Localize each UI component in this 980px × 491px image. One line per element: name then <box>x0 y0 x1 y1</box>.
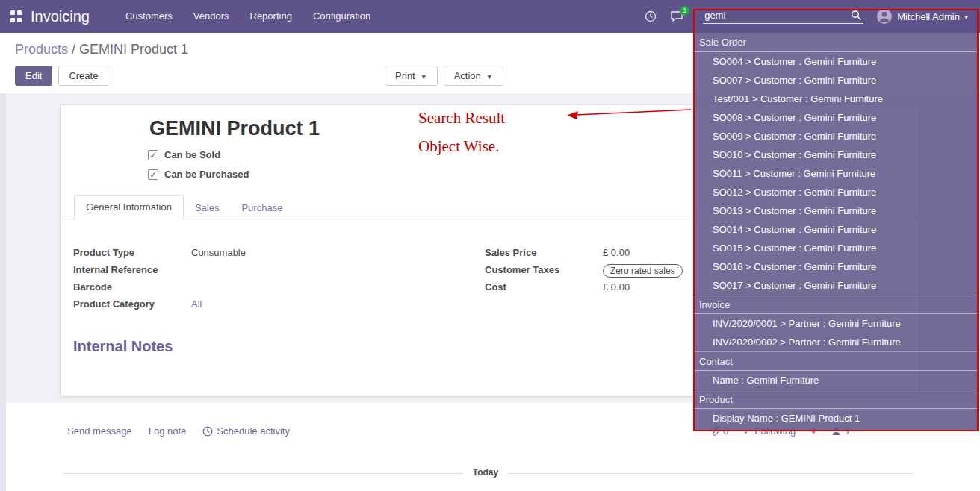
chatter-actions: Send message Log note Schedule activity <box>67 425 290 437</box>
search-result-group-header: Product <box>695 390 977 409</box>
tab-purchase[interactable]: Purchase <box>230 196 294 219</box>
search-result-item[interactable]: SO007 > Customer : Gemini Furniture <box>695 71 977 90</box>
search-result-item[interactable]: SO013 > Customer : Gemini Furniture <box>695 201 977 220</box>
menu-vendors[interactable]: Vendors <box>183 0 240 33</box>
field-label: Sales Price <box>485 247 603 258</box>
product-category-link[interactable]: All <box>191 298 202 310</box>
checkbox-label: Can be Sold <box>164 149 220 160</box>
messages-badge: 1 <box>680 6 689 16</box>
top-navbar: Invoicing Customers Vendors Reporting Co… <box>0 0 980 33</box>
apps-grid-icon[interactable] <box>10 10 22 22</box>
edit-button[interactable]: Edit <box>15 66 52 86</box>
breadcrumb-products-link[interactable]: Products <box>15 42 68 57</box>
search-input[interactable] <box>704 10 839 21</box>
field-value: £ 0.00 <box>603 247 630 258</box>
field-label: Barcode <box>73 281 191 293</box>
log-note-button[interactable]: Log note <box>149 425 187 437</box>
search-result-item[interactable]: Test/001 > Customer : Gemini Furniture <box>695 90 977 108</box>
search-result-item[interactable]: INV/2020/0002 > Partner : Gemini Furnitu… <box>695 333 977 351</box>
field-product-type: Product Type Consumable <box>73 247 387 260</box>
app-name[interactable]: Invoicing <box>31 8 90 25</box>
internal-notes-heading: Internal Notes <box>73 338 173 355</box>
chevron-down-icon: ▼ <box>421 73 427 81</box>
search-result-item[interactable]: SO010 > Customer : Gemini Furniture <box>695 146 977 164</box>
field-internal-reference: Internal Reference <box>73 264 387 278</box>
chevron-down-icon: ▼ <box>486 73 493 81</box>
search-result-item[interactable]: SO017 > Customer : Gemini Furniture <box>695 276 977 295</box>
action-buttons: Print▼ Action▼ <box>385 66 503 86</box>
menu-configuration[interactable]: Configuration <box>303 0 381 33</box>
field-label: Customer Taxes <box>485 264 603 275</box>
activities-clock-icon[interactable] <box>645 10 657 22</box>
checkbox-check-icon: ✓ <box>148 150 158 160</box>
search-result-item[interactable]: SO009 > Customer : Gemini Furniture <box>695 127 977 146</box>
fields-left-column: Product Type Consumable Internal Referen… <box>73 247 387 316</box>
checkbox-check-icon: ✓ <box>148 169 158 180</box>
breadcrumb-current: GEMINI Product 1 <box>79 42 188 57</box>
search-results-dropdown: Sale OrderSO004 > Customer : Gemini Furn… <box>695 33 977 431</box>
product-title: GEMINI Product 1 <box>149 117 320 140</box>
left-scrollbar-track[interactable] <box>0 93 6 491</box>
date-divider-label: Today <box>464 467 507 478</box>
print-dropdown-button[interactable]: Print▼ <box>385 66 438 86</box>
navbar-menus: Customers Vendors Reporting Configuratio… <box>115 0 381 33</box>
search-result-item[interactable]: SO016 > Customer : Gemini Furniture <box>695 257 977 276</box>
search-result-item[interactable]: SO012 > Customer : Gemini Furniture <box>695 183 977 201</box>
breadcrumb-separator: / <box>72 42 79 57</box>
user-avatar <box>877 9 892 24</box>
search-result-item[interactable]: Display Name : GEMINI Product 1 <box>695 409 977 428</box>
field-label: Product Type <box>73 247 191 258</box>
schedule-activity-button[interactable]: Schedule activity <box>202 425 290 437</box>
annotation-text-line1: Search Result <box>418 109 505 128</box>
create-button[interactable]: Create <box>58 66 108 86</box>
field-barcode: Barcode <box>73 281 387 295</box>
menu-reporting[interactable]: Reporting <box>240 0 303 33</box>
record-buttons: Edit Create <box>15 66 108 86</box>
field-product-category: Product Category All <box>73 298 387 312</box>
tab-sales[interactable]: Sales <box>184 196 231 219</box>
search-result-item[interactable]: SO004 > Customer : Gemini Furniture <box>695 52 977 71</box>
search-result-item[interactable]: SO015 > Customer : Gemini Furniture <box>695 239 977 257</box>
tab-general-information[interactable]: General Information <box>74 195 184 219</box>
can-be-purchased-checkbox[interactable]: ✓ Can be Purchased <box>148 169 249 180</box>
field-value: £ 0.00 <box>603 281 630 293</box>
field-label: Product Category <box>73 298 191 310</box>
field-label: Internal Reference <box>73 264 191 275</box>
can-be-sold-checkbox[interactable]: ✓ Can be Sold <box>148 149 220 160</box>
search-result-item[interactable]: INV/2020/0001 > Partner : Gemini Furnitu… <box>695 314 977 333</box>
messages-icon[interactable]: 1 <box>670 10 683 22</box>
field-label: Cost <box>485 281 603 293</box>
navbar-search <box>703 10 863 24</box>
search-result-item[interactable]: SO011 > Customer : Gemini Furniture <box>695 164 977 183</box>
clock-icon <box>202 426 213 437</box>
search-result-group-header: Contact <box>695 351 977 371</box>
checkbox-label: Can be Purchased <box>164 169 249 180</box>
search-result-group-header: Sale Order <box>695 33 977 52</box>
breadcrumb: Products / GEMINI Product 1 <box>15 42 188 57</box>
user-name: Mitchell Admin <box>897 11 960 22</box>
action-dropdown-button[interactable]: Action▼ <box>444 66 503 86</box>
search-result-item[interactable]: SO014 > Customer : Gemini Furniture <box>695 220 977 239</box>
customer-taxes-tag: Zero rated sales <box>603 264 683 278</box>
annotation-arrow <box>565 104 694 122</box>
field-value: Consumable <box>191 247 246 258</box>
annotation-text-line2: Object Wise. <box>418 137 499 156</box>
user-menu[interactable]: Mitchell Admin ▾ <box>877 9 968 24</box>
search-result-item[interactable]: Name : Gemini Furniture <box>695 371 977 390</box>
search-result-item[interactable]: SO008 > Customer : Gemini Furniture <box>695 108 977 127</box>
menu-customers[interactable]: Customers <box>115 0 183 33</box>
chevron-down-icon: ▾ <box>964 13 968 21</box>
magnifier-icon[interactable] <box>851 10 862 21</box>
search-result-group-header: Invoice <box>695 295 977 314</box>
send-message-button[interactable]: Send message <box>67 425 132 437</box>
